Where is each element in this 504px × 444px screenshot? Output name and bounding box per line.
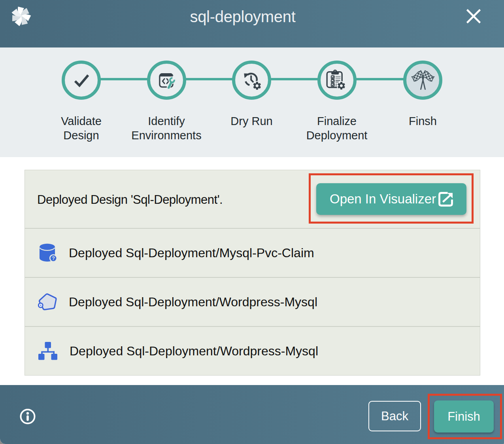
svg-text:?: ? xyxy=(52,256,55,261)
